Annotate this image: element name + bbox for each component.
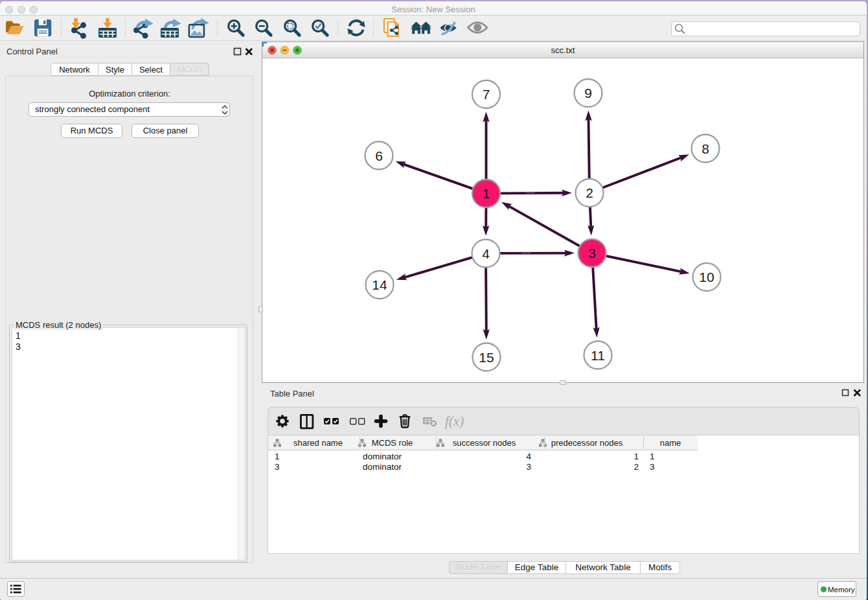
svg-text:3: 3	[588, 246, 596, 260]
svg-text:2: 2	[586, 185, 593, 200]
svg-text:Memory: Memory	[828, 586, 855, 594]
svg-text:4: 4	[482, 246, 490, 261]
svg-text:10: 10	[699, 270, 714, 284]
svg-text:14: 14	[372, 277, 387, 292]
svg-text:15: 15	[479, 350, 494, 365]
svg-text:8: 8	[702, 141, 709, 156]
svg-text:6: 6	[375, 148, 383, 163]
svg-text:11: 11	[591, 348, 605, 363]
svg-text:7: 7	[483, 87, 490, 102]
svg-text:f(x): f(x)	[445, 413, 464, 429]
svg-text:9: 9	[584, 86, 592, 100]
svg-text:1: 1	[483, 186, 490, 201]
